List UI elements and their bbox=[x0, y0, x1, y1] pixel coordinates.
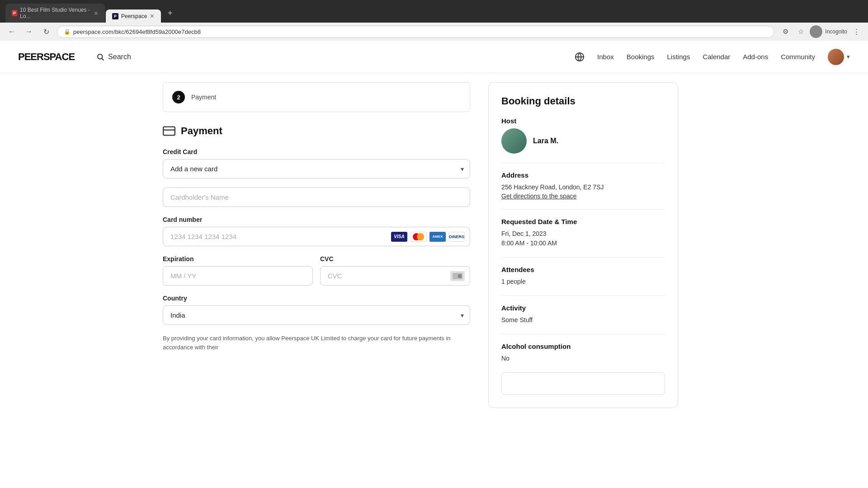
credit-card-label: Credit Card bbox=[163, 148, 470, 155]
tab-close-1[interactable]: ✕ bbox=[94, 10, 99, 17]
payment-title: Payment bbox=[181, 125, 222, 137]
bookmark-icon[interactable]: ☆ bbox=[794, 25, 807, 38]
country-select[interactable]: India United Kingdom United States bbox=[163, 305, 470, 325]
cardholder-name-input[interactable] bbox=[163, 188, 470, 207]
tab-peerspace[interactable]: P Peerspace ✕ bbox=[106, 9, 161, 23]
amex-icon: AMEX bbox=[429, 232, 446, 242]
cvc-chip bbox=[458, 274, 462, 278]
divider-1 bbox=[501, 163, 665, 163]
globe-icon[interactable] bbox=[575, 52, 585, 62]
card-select[interactable]: Add a new card bbox=[163, 159, 470, 178]
toolbar-icons: ⚙ ☆ Incognito ⋮ bbox=[779, 25, 863, 38]
new-tab-button[interactable]: + bbox=[164, 7, 176, 19]
forward-button[interactable]: → bbox=[23, 25, 35, 38]
requested-label: Requested Date & Time bbox=[501, 218, 665, 225]
mastercard-icon bbox=[410, 232, 427, 242]
cardholder-name-field bbox=[163, 188, 470, 207]
divider-2 bbox=[501, 209, 665, 210]
credit-card-field: Credit Card Add a new card ▾ bbox=[163, 148, 470, 178]
booking-card: Booking details Host Lara M. Address 256… bbox=[488, 82, 678, 408]
menu-button[interactable]: ⋮ bbox=[850, 25, 863, 38]
credit-card-icon bbox=[163, 125, 175, 137]
activity-section: Activity Some Stuff bbox=[501, 304, 665, 325]
svg-rect-3 bbox=[163, 127, 175, 136]
tab-label-2: Peerspace bbox=[121, 13, 147, 19]
step-text: Payment bbox=[191, 94, 216, 101]
attendees-label: Attendees bbox=[501, 266, 665, 273]
tab-favicon-1: P bbox=[12, 10, 17, 16]
nav-addons[interactable]: Add-ons bbox=[743, 53, 768, 61]
nav-calendar[interactable]: Calendar bbox=[703, 53, 730, 61]
page-content: 2 Payment Payment Credit Card Add a new … bbox=[145, 73, 723, 417]
activity-value: Some Stuff bbox=[501, 315, 665, 325]
nav-community[interactable]: Community bbox=[781, 53, 815, 61]
alcohol-label: Alcohol consumption bbox=[501, 343, 665, 350]
host-avatar bbox=[501, 128, 527, 154]
svg-line-1 bbox=[102, 58, 104, 60]
card-number-wrapper: VISA AMEX DINERS bbox=[163, 227, 470, 246]
cvc-wrapper bbox=[320, 266, 470, 286]
bottom-placeholder-box bbox=[501, 372, 665, 395]
cvc-field: CVC bbox=[320, 255, 470, 286]
url-text: peerspace.com/bkc/62694ef8fd59a2000e7dec… bbox=[73, 28, 201, 35]
tab-film-studio[interactable]: P 10 Best Film Studio Venues - Lo... ✕ bbox=[5, 4, 105, 23]
host-section: Host Lara M. bbox=[501, 117, 665, 154]
app-container: PEERSPACE Search Inbox Bookings Listings… bbox=[0, 41, 868, 488]
card-brand-icons: VISA AMEX DINERS bbox=[391, 232, 465, 242]
nav-inbox[interactable]: Inbox bbox=[597, 53, 614, 61]
expiry-cvc-row: Expiration CVC bbox=[163, 255, 470, 295]
expiration-input[interactable] bbox=[163, 266, 313, 286]
profile-icon[interactable] bbox=[810, 25, 822, 38]
payment-section-title: Payment bbox=[163, 125, 470, 137]
attendees-section: Attendees 1 people bbox=[501, 266, 665, 286]
browser-toolbar: ← → ↻ 🔒 peerspace.com/bkc/62694ef8fd59a2… bbox=[0, 23, 868, 41]
incognito-label: Incognito bbox=[825, 28, 847, 35]
host-row: Lara M. bbox=[501, 128, 665, 154]
reload-button[interactable]: ↻ bbox=[40, 25, 52, 38]
address-label: Address bbox=[501, 171, 665, 179]
card-number-field: Card number VISA AMEX DINERS bbox=[163, 216, 470, 246]
nav-bookings[interactable]: Bookings bbox=[627, 53, 655, 61]
browser-chrome: P 10 Best Film Studio Venues - Lo... ✕ P… bbox=[0, 0, 868, 23]
address-value: 256 Hackney Road, London, E2 7SJ bbox=[501, 183, 665, 192]
extensions-icon[interactable]: ⚙ bbox=[779, 25, 792, 38]
attendees-value: 1 people bbox=[501, 277, 665, 286]
diners-icon: DINERS bbox=[448, 232, 465, 242]
nav-user-menu[interactable]: ▾ bbox=[828, 49, 850, 65]
alcohol-section: Alcohol consumption No bbox=[501, 343, 665, 363]
nav-links: Inbox Bookings Listings Calendar Add-ons… bbox=[575, 49, 850, 65]
cvc-input[interactable] bbox=[320, 266, 470, 286]
date-time-section: Requested Date & Time Fri, Dec 1, 2023 8… bbox=[501, 218, 665, 248]
browser-tabs: P 10 Best Film Studio Venues - Lo... ✕ P… bbox=[5, 4, 863, 23]
cvc-card-inner bbox=[453, 273, 462, 279]
booking-details-title: Booking details bbox=[501, 95, 665, 107]
booking-date: Fri, Dec 1, 2023 bbox=[501, 229, 665, 239]
disclaimer-text: By providing your card information, you … bbox=[163, 334, 470, 352]
card-select-wrapper: Add a new card ▾ bbox=[163, 159, 470, 178]
expiration-label: Expiration bbox=[163, 255, 313, 263]
tab-close-2[interactable]: ✕ bbox=[150, 13, 155, 19]
alcohol-value: No bbox=[501, 354, 665, 363]
step-strip: 2 Payment bbox=[163, 82, 470, 112]
avatar-icon bbox=[810, 25, 822, 38]
booking-time: 8:00 AM - 10:00 AM bbox=[501, 239, 665, 248]
nav-listings[interactable]: Listings bbox=[667, 53, 690, 61]
search-nav-button[interactable]: Search bbox=[96, 53, 131, 61]
divider-5 bbox=[501, 334, 665, 334]
right-panel: Booking details Host Lara M. Address 256… bbox=[488, 82, 678, 408]
card-number-label: Card number bbox=[163, 216, 470, 223]
get-directions-link[interactable]: Get directions to the space bbox=[501, 192, 577, 200]
user-avatar bbox=[828, 49, 844, 65]
search-label: Search bbox=[108, 53, 131, 61]
host-label: Host bbox=[501, 117, 665, 125]
divider-3 bbox=[501, 257, 665, 258]
activity-label: Activity bbox=[501, 304, 665, 312]
incognito-button[interactable]: Incognito bbox=[825, 28, 847, 35]
svg-point-0 bbox=[98, 54, 103, 59]
tab-label-1: 10 Best Film Studio Venues - Lo... bbox=[20, 7, 91, 19]
address-bar[interactable]: 🔒 peerspace.com/bkc/62694ef8fd59a2000e7d… bbox=[57, 26, 774, 38]
back-button[interactable]: ← bbox=[5, 25, 18, 38]
logo[interactable]: PEERSPACE bbox=[18, 51, 75, 63]
country-select-wrapper: India United Kingdom United States ▾ bbox=[163, 305, 470, 325]
left-panel: 2 Payment Payment Credit Card Add a new … bbox=[163, 82, 470, 408]
